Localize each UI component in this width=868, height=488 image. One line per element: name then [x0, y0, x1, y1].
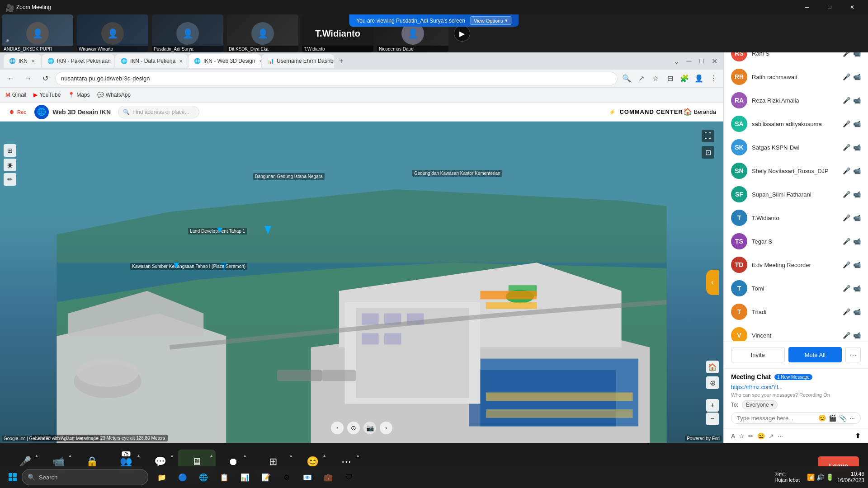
- maximize-button[interactable]: □: [819, 0, 840, 14]
- beranda-btn[interactable]: 🏠 Beranda: [683, 108, 716, 116]
- bookmark-whatsapp[interactable]: 💬 WhatsApp: [97, 92, 131, 98]
- tab-close-button[interactable]: ✕: [709, 56, 720, 66]
- close-button[interactable]: ✕: [842, 0, 863, 14]
- taskbar-app-zoom[interactable]: 🔵: [173, 467, 193, 487]
- taskbar-app-excel[interactable]: 📊: [235, 467, 255, 487]
- browser-tab-2[interactable]: 🌐 IKN - Data Pekerja ✕: [115, 54, 188, 68]
- map-zoom-out[interactable]: −: [706, 413, 719, 425]
- chat-pencil-icon[interactable]: ✏: [748, 432, 754, 440]
- taskbar-app-files[interactable]: 📋: [214, 467, 234, 487]
- map-prev-btn[interactable]: ‹: [331, 422, 344, 434]
- menu-icon[interactable]: ⋮: [707, 72, 720, 85]
- bookmark-icon[interactable]: ☆: [649, 72, 662, 85]
- taskbar-search[interactable]: 🔍 Search: [22, 469, 148, 485]
- chat-star-icon[interactable]: ☆: [739, 432, 745, 440]
- tab-favicon-1: 🌐: [47, 58, 54, 64]
- start-button[interactable]: [4, 468, 22, 486]
- bookmark-gmail[interactable]: M Gmail: [5, 91, 26, 98]
- tab-search-button[interactable]: ⌄: [671, 56, 682, 66]
- participant-item-2[interactable]: RA Reza Rizki Amalia 🎤 📹: [724, 89, 868, 112]
- taskbar-app-teams[interactable]: 💼: [318, 467, 338, 487]
- window-title: Zoom Meeting: [16, 4, 797, 10]
- map-grid-icon[interactable]: ⊞: [4, 144, 16, 157]
- svg-rect-29: [9, 473, 12, 477]
- taskbar-app-word[interactable]: 📝: [256, 467, 276, 487]
- tab-close-3[interactable]: ✕: [258, 58, 261, 65]
- browser-tab-3[interactable]: 🌐 IKN - Web 3D Design ✕: [189, 54, 261, 68]
- address-bar[interactable]: nusantara.pu.go.id/web-3d-design: [55, 72, 618, 85]
- chat-message-input[interactable]: [737, 415, 818, 422]
- taskbar-app-settings[interactable]: ⚙: [277, 467, 297, 487]
- add-tab-button[interactable]: +: [335, 55, 348, 67]
- tab-close-0[interactable]: ✕: [30, 58, 36, 65]
- chat-recipient-select[interactable]: Everyone ▾: [742, 400, 778, 409]
- map-center-btn[interactable]: ⊙: [347, 422, 360, 434]
- network-icon[interactable]: 📶: [807, 474, 815, 481]
- participant-item-7[interactable]: T T.Widianto 🎤 📹: [724, 206, 868, 230]
- search-icon[interactable]: 🔍: [620, 72, 633, 85]
- profile-icon[interactable]: 👤: [693, 72, 705, 85]
- search-input[interactable]: 🔍 Find address or place...: [118, 106, 199, 118]
- forward-button[interactable]: →: [21, 71, 35, 86]
- more-button[interactable]: ···: [845, 347, 861, 362]
- taskbar-app-outlook[interactable]: 📧: [297, 467, 317, 487]
- chat-emoji2-icon[interactable]: 😄: [757, 432, 765, 440]
- tab-restore-button[interactable]: □: [696, 56, 707, 66]
- chat-more-icon[interactable]: ···: [849, 414, 855, 422]
- map-draw-icon[interactable]: ✏: [4, 173, 16, 186]
- invite-button[interactable]: Invite: [731, 347, 785, 362]
- participant-item-12[interactable]: V Vincent 🎤 📹: [724, 324, 868, 341]
- tab-manager-icon[interactable]: ⊟: [664, 72, 676, 85]
- map-next-btn[interactable]: ›: [380, 422, 392, 434]
- map-compass-btn[interactable]: ⊕: [706, 376, 719, 389]
- map-panel-toggle[interactable]: ‹: [706, 270, 719, 295]
- taskbar-app-antivirus[interactable]: 🛡: [339, 467, 359, 487]
- chat-emoji-icon[interactable]: 😊: [818, 414, 826, 422]
- browser-tab-0[interactable]: 🌐 IKN ✕: [4, 54, 41, 68]
- volume-icon[interactable]: 🔊: [816, 474, 824, 481]
- participant-item-5[interactable]: SN Shely Novitasari_Rusus_DJP 🎤 📹: [724, 159, 868, 183]
- map-layers-icon[interactable]: ◉: [4, 159, 16, 171]
- map-home-btn[interactable]: 🏠: [706, 361, 719, 373]
- whatsapp-label: WhatsApp: [106, 92, 131, 98]
- bookmark-maps[interactable]: 📍 Maps: [68, 92, 90, 98]
- participant-item-4[interactable]: SK Satgas KSPN-Dwi 🎤 📹: [724, 136, 868, 159]
- participant-item-11[interactable]: T Triadi 🎤 📹: [724, 300, 868, 324]
- taskbar-app-edge[interactable]: 🌐: [193, 467, 213, 487]
- map-zoom-in[interactable]: +: [706, 399, 719, 412]
- browser-tab-1[interactable]: 🌐 IKN - Paket Pekerjaan ✕: [42, 54, 114, 68]
- participant-item-10[interactable]: T Tomi 🎤 📹: [724, 277, 868, 300]
- participant-item-3[interactable]: SA sabilissalam adityakusuma 🎤 📹: [724, 112, 868, 136]
- participant-item-6[interactable]: SF Supan_Silmi Fatharani 🎤 📹: [724, 183, 868, 206]
- browser-tab-4[interactable]: 📊 Username Ehrm Dashbo... ✕: [262, 54, 334, 68]
- 3d-map-canvas[interactable]: Gedung dan Kawasan Kantor Kementerian Ba…: [0, 122, 723, 443]
- participant-mic-icon-5: 🎤: [843, 167, 850, 174]
- tab-close-2[interactable]: ✕: [178, 58, 184, 65]
- reload-button[interactable]: ↺: [38, 71, 52, 86]
- chat-format-icon[interactable]: A: [731, 432, 735, 440]
- view-options-button[interactable]: View Options ▾: [470, 16, 512, 25]
- chat-share-icon[interactable]: ↗: [769, 432, 774, 440]
- chat-more2-icon[interactable]: ···: [778, 432, 783, 440]
- chat-attach-icon[interactable]: 📎: [839, 414, 847, 422]
- chat-expand-icon[interactable]: ⬆: [855, 432, 861, 440]
- chat-link[interactable]: https://rfrmz.com/YI...: [731, 384, 861, 390]
- participant-item-8[interactable]: TS Tegar S 🎤 📹: [724, 230, 868, 253]
- tab-minimize-button[interactable]: ─: [684, 56, 694, 66]
- mute-all-button[interactable]: Mute All: [788, 347, 842, 362]
- chat-gif-icon[interactable]: 🎬: [829, 414, 836, 422]
- participant-item-1[interactable]: RR Ratih rachmawati 🎤 📹: [724, 65, 868, 89]
- tab-close-1[interactable]: ✕: [113, 58, 114, 65]
- next-participants-arrow[interactable]: ▶: [454, 25, 470, 42]
- participant-item-9[interactable]: TD tl:dv Meeting Recorder 🎤 📹: [724, 253, 868, 277]
- bookmark-youtube[interactable]: ▶ YouTube: [33, 92, 61, 98]
- minimize-button[interactable]: ─: [797, 0, 817, 14]
- share-icon[interactable]: ↗: [635, 72, 647, 85]
- battery-icon[interactable]: 🔋: [826, 474, 834, 481]
- map-camera-btn[interactable]: 📷: [363, 422, 376, 434]
- extension-icon[interactable]: 🧩: [678, 72, 691, 85]
- back-button[interactable]: ←: [4, 71, 18, 86]
- taskbar-app-explorer[interactable]: 📁: [152, 467, 172, 487]
- participant-name-sidebar-7: T.Widianto: [752, 215, 838, 221]
- system-clock[interactable]: 10:46 16/06/2023: [837, 471, 864, 483]
